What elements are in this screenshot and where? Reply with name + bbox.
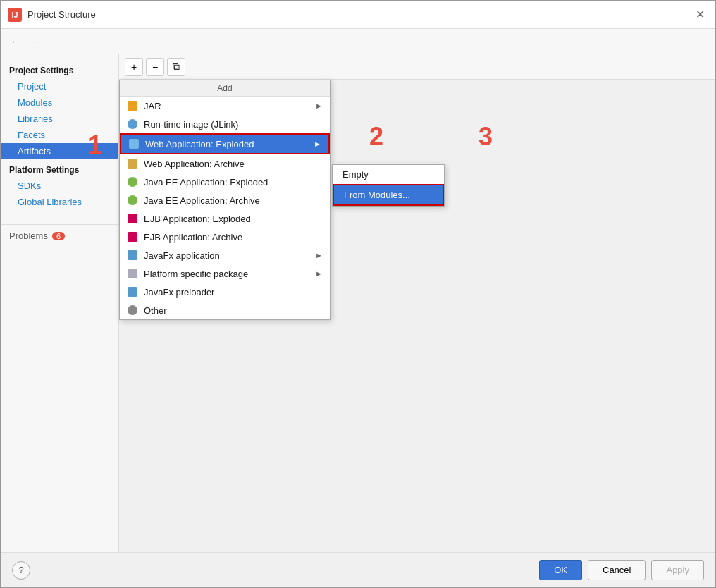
javafx-app-label: JavaFx application [144,250,220,261]
app-icon: IJ [8,8,22,22]
other-icon [127,305,138,316]
ok-button[interactable]: OK [539,560,582,580]
jee-archive-label: Java EE Application: Archive [144,195,260,206]
web-archive-icon [127,158,138,169]
problems-badge: 6 [52,232,65,240]
step-2-label: 2 [369,122,383,152]
platform-pkg-arrow: ► [315,269,323,278]
cancel-button[interactable]: Cancel [588,560,646,580]
step-3-label: 3 [479,122,493,152]
javafx-app-icon [127,250,138,261]
title-bar: IJ Project Structure ✕ [1,1,715,29]
dropdown-item-jar[interactable]: JAR ► [120,97,330,115]
project-structure-window: IJ Project Structure ✕ ← → Project Setti… [0,0,716,588]
jar-label: JAR [144,101,161,111]
dropdown-container: Add JAR ► Run-time image (JLink) [119,80,331,320]
forward-button[interactable]: → [26,32,44,51]
web-exploded-arrow: ► [314,140,321,148]
web-exploded-label: Web Application: Exploded [145,139,254,149]
submenu-from-modules[interactable]: From Modules... [333,184,444,206]
ejb-archive-icon [127,231,138,243]
add-dropdown-menu: Add JAR ► Run-time image (JLink) [119,80,331,320]
add-button[interactable]: + [125,58,143,76]
javafx-preloader-icon [127,286,138,298]
dropdown-header: Add [120,80,330,97]
submenu-empty[interactable]: Empty [333,165,444,184]
sidebar-item-sdks[interactable]: SDKs [1,178,118,194]
nav-toolbar: ← → [1,29,715,54]
problems-bar[interactable]: Problems 6 [1,228,118,244]
platform-pkg-icon [127,268,138,279]
back-button[interactable]: ← [6,32,25,51]
web-exploded-icon [128,138,140,149]
step-1-label: 1 [88,130,102,160]
sidebar: Project Settings Project Modules Librari… [1,54,119,552]
action-buttons: OK Cancel Apply [539,560,704,580]
dropdown-item-ejb-archive[interactable]: EJB Application: Archive [120,228,330,246]
other-label: Other [144,305,167,316]
copy-button[interactable]: ⧉ [167,58,185,76]
dropdown-item-javafx-app[interactable]: JavaFx application ► [120,246,330,264]
platform-pkg-label: Platform specific package [144,269,248,279]
jee-archive-icon [127,195,138,206]
dropdown-item-jee-exploded[interactable]: Java EE Application: Exploded [120,173,330,191]
web-archive-label: Web Application: Archive [144,159,245,169]
artifact-toolbar: + − ⧉ [119,54,715,80]
sidebar-item-project[interactable]: Project [1,78,118,94]
title-bar-left: IJ Project Structure [8,8,96,22]
close-button[interactable]: ✕ [691,6,708,23]
sidebar-item-libraries[interactable]: Libraries [1,111,118,127]
ejb-exploded-label: EJB Application: Exploded [144,214,251,224]
jar-icon [127,100,138,111]
problems-label: Problems [9,231,48,241]
dropdown-item-web-exploded[interactable]: Web Application: Exploded ► [120,133,330,154]
dropdown-item-javafx-preloader[interactable]: JavaFx preloader [120,283,330,301]
main-panel: 2 3 Add JAR ► Run-time image [119,80,715,552]
apply-button[interactable]: Apply [651,560,704,580]
dropdown-item-other[interactable]: Other [120,301,330,319]
bottom-bar: ? OK Cancel Apply [1,552,715,587]
ejb-archive-label: EJB Application: Archive [144,232,242,243]
javafx-app-arrow: ► [315,251,323,259]
window-title: Project Structure [27,9,96,20]
nav-buttons: ← → [6,32,44,51]
sidebar-item-modules[interactable]: Modules [1,94,118,111]
jee-exploded-icon [127,176,138,188]
help-button[interactable]: ? [12,561,30,580]
project-settings-title: Project Settings [1,63,118,78]
dropdown-item-platform-pkg[interactable]: Platform specific package ► [120,264,330,283]
content-area: + − ⧉ 2 3 Add JAR ► [119,54,715,552]
jee-exploded-label: Java EE Application: Exploded [144,177,268,188]
jar-arrow: ► [315,102,323,110]
platform-settings-title: Platform Settings [1,162,118,178]
runtime-label: Run-time image (JLink) [144,119,238,130]
main-content: Project Settings Project Modules Librari… [1,54,715,552]
ejb-exploded-icon [127,213,138,224]
runtime-icon [127,118,138,130]
dropdown-item-jee-archive[interactable]: Java EE Application: Archive [120,191,330,209]
web-exploded-submenu: Empty From Modules... [332,164,445,207]
javafx-preloader-label: JavaFx preloader [144,287,214,298]
dropdown-item-ejb-exploded[interactable]: EJB Application: Exploded [120,209,330,228]
dropdown-item-runtime-image[interactable]: Run-time image (JLink) [120,115,330,133]
remove-button[interactable]: − [146,58,164,76]
sidebar-item-global-libraries[interactable]: Global Libraries [1,194,118,210]
dropdown-item-web-archive[interactable]: Web Application: Archive [120,154,330,173]
